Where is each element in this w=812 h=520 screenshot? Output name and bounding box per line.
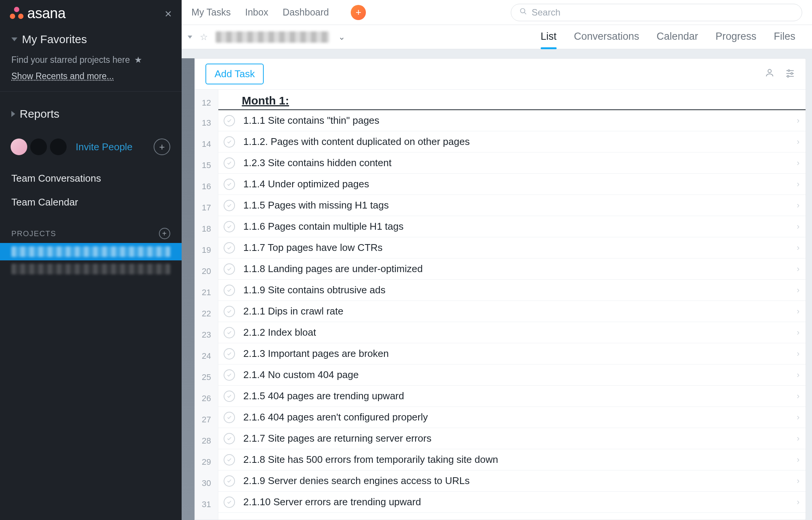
task-panel: Add Task 1213141516171819202122232425262… — [194, 58, 806, 520]
task-row[interactable]: 1.1.2. Pages with content duplicated on … — [218, 131, 806, 153]
chevron-right-icon: › — [797, 222, 800, 232]
complete-checkbox[interactable] — [224, 285, 235, 296]
chevron-right-icon: › — [797, 391, 800, 401]
task-row[interactable]: 1.1.6 Pages contain multiple H1 tags› — [218, 216, 806, 237]
team-calendar-link[interactable]: Team Calendar — [11, 190, 170, 214]
tab-files[interactable]: Files — [774, 26, 795, 48]
tab-list[interactable]: List — [541, 26, 557, 48]
row-number: 17 — [195, 197, 218, 218]
complete-checkbox[interactable] — [224, 179, 235, 190]
task-row[interactable]: 2.1.4 No custom 404 page› — [218, 364, 806, 386]
row-number: 20 — [195, 261, 218, 282]
complete-checkbox[interactable] — [224, 391, 235, 402]
redacted-text — [11, 264, 170, 274]
tab-conversations[interactable]: Conversations — [574, 26, 639, 48]
complete-checkbox[interactable] — [224, 200, 235, 211]
task-row[interactable]: 1.1.7 Top pages have low CTRs› — [218, 237, 806, 258]
task-row[interactable]: 2.1.2 Index bloat› — [218, 322, 806, 343]
task-row[interactable]: 2.1.7 Site pages are returning server er… — [218, 428, 806, 449]
complete-checkbox[interactable] — [224, 348, 235, 360]
project-menu-caret[interactable]: ⌄ — [338, 32, 345, 42]
favorites-header-label: My Favorites — [22, 33, 87, 46]
complete-checkbox[interactable] — [224, 475, 235, 487]
favorites-header[interactable]: My Favorites — [0, 31, 182, 48]
complete-checkbox[interactable] — [224, 327, 235, 338]
project-item[interactable] — [0, 260, 182, 278]
row-number: 12 — [195, 93, 218, 112]
complete-checkbox[interactable] — [224, 115, 235, 126]
avatar[interactable] — [11, 139, 27, 155]
task-title: 1.1.8 Landing pages are under-optimized — [243, 263, 792, 275]
row-number: 14 — [195, 134, 218, 155]
row-number: 21 — [195, 282, 218, 303]
avatar[interactable] — [30, 139, 47, 155]
complete-checkbox[interactable] — [224, 221, 235, 232]
chevron-right-icon: › — [797, 370, 800, 380]
chevron-down-icon[interactable] — [188, 36, 192, 39]
star-icon[interactable]: ☆ — [200, 32, 208, 42]
chevron-right-icon — [11, 111, 15, 117]
invite-people-link[interactable]: Invite People — [76, 141, 132, 153]
complete-checkbox[interactable] — [224, 454, 235, 466]
add-task-button[interactable]: Add Task — [205, 64, 264, 84]
task-row[interactable]: 2.1.6 404 pages aren't configured proper… — [218, 407, 806, 428]
tab-progress[interactable]: Progress — [716, 26, 756, 48]
chevron-right-icon: › — [797, 201, 800, 210]
chevron-right-icon: › — [797, 497, 800, 507]
chevron-right-icon: › — [797, 413, 800, 422]
complete-checkbox[interactable] — [224, 433, 235, 444]
add-project-button[interactable]: + — [159, 228, 170, 239]
team-conversations-link[interactable]: Team Conversations — [11, 167, 170, 190]
task-row[interactable]: 2.1.5 404 pages are trending upward› — [218, 386, 806, 407]
filter-icon[interactable] — [785, 68, 795, 80]
row-number: 16 — [195, 176, 218, 197]
task-row[interactable]: 2.1.3 Important pages are broken› — [218, 343, 806, 364]
chevron-right-icon: › — [797, 328, 800, 338]
complete-checkbox[interactable] — [224, 263, 235, 275]
team-avatars — [11, 139, 67, 155]
task-row[interactable]: 1.1.5 Pages with missing H1 tags› — [218, 195, 806, 216]
task-title: 2.1.5 404 pages are trending upward — [243, 390, 792, 402]
task-row[interactable]: 1.1.4 Under optimized pages› — [218, 174, 806, 195]
task-row[interactable]: 1.1.1 Site contains "thin" pages› — [218, 110, 806, 131]
nav-inbox[interactable]: Inbox — [245, 7, 268, 18]
logo[interactable]: asana — [10, 5, 65, 22]
search-box[interactable] — [511, 4, 802, 21]
assignee-icon[interactable] — [765, 68, 775, 80]
search-input[interactable] — [532, 7, 793, 18]
quick-add-button[interactable]: + — [351, 5, 366, 20]
team-links: Team Conversations Team Calendar — [0, 163, 182, 218]
complete-checkbox[interactable] — [224, 497, 235, 508]
reports-header[interactable]: Reports — [0, 105, 182, 123]
tab-calendar[interactable]: Calendar — [656, 26, 698, 48]
star-icon: ★ — [134, 55, 142, 65]
nav-my-tasks[interactable]: My Tasks — [191, 7, 231, 18]
task-title: 1.1.9 Site contains obtrusive ads — [243, 284, 792, 296]
show-recents-link[interactable]: Show Recents and more... — [11, 69, 170, 87]
complete-checkbox[interactable] — [224, 136, 235, 148]
complete-checkbox[interactable] — [224, 157, 235, 169]
favorites-empty-text: Find your starred projects here ★ — [11, 48, 170, 69]
sidebar: asana × My Favorites Find your starred p… — [0, 0, 182, 520]
task-row[interactable]: 1.2.3 Site contains hidden content› — [218, 153, 806, 174]
close-icon[interactable]: × — [165, 8, 172, 20]
complete-checkbox[interactable] — [224, 412, 235, 423]
row-number: 23 — [195, 324, 218, 346]
task-row[interactable]: 2.1.1 Dips in crawl rate› — [218, 301, 806, 322]
favorites-section: Find your starred projects here ★ Show R… — [0, 48, 182, 92]
complete-checkbox[interactable] — [224, 306, 235, 317]
invite-plus-button[interactable]: + — [154, 139, 170, 155]
complete-checkbox[interactable] — [224, 369, 235, 381]
panel-header: Add Task — [195, 59, 806, 90]
task-row[interactable]: 1.1.8 Landing pages are under-optimized› — [218, 258, 806, 280]
project-item-active[interactable] — [0, 243, 182, 260]
task-row[interactable]: 1.1.9 Site contains obtrusive ads› — [218, 280, 806, 301]
task-row[interactable]: 2.1.9 Server denies search engines acces… — [218, 470, 806, 492]
section-row[interactable]: Month 1: — [218, 91, 806, 110]
task-row[interactable]: 2.1.8 Site has 500 errors from temporari… — [218, 449, 806, 470]
task-row[interactable]: 2.1.10 Server errors are trending upward… — [218, 492, 806, 513]
task-title: 2.1.6 404 pages aren't configured proper… — [243, 411, 792, 423]
avatar[interactable] — [50, 139, 67, 155]
nav-dashboard[interactable]: Dashboard — [283, 7, 329, 18]
complete-checkbox[interactable] — [224, 242, 235, 254]
